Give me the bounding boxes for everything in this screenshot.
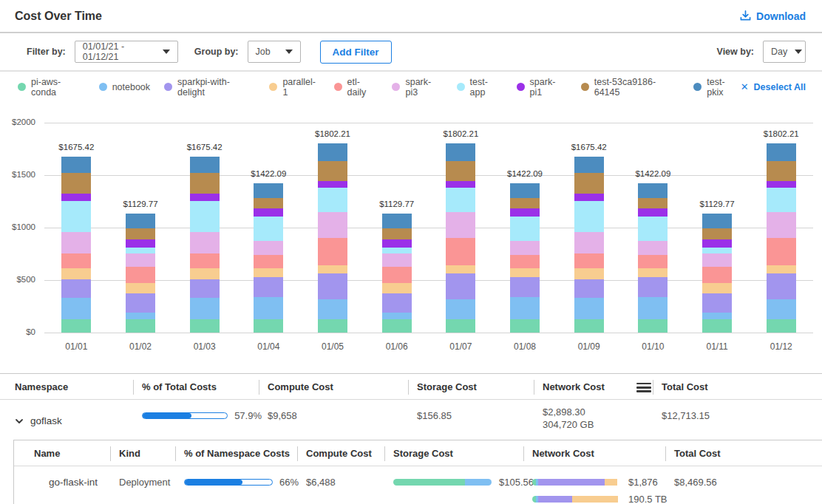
col-header-total-cost[interactable]: Total Cost [662,374,822,399]
bar-segment-notebook[interactable] [702,313,732,319]
bar-segment-spark-pi3[interactable] [638,241,668,255]
bar-segment-parallel-1[interactable] [318,265,347,273]
stacked-bar[interactable]: $1675.42 [574,157,604,333]
bar-segment-test-pkix[interactable] [190,157,220,173]
col-header-namespace-costs-pct[interactable]: % of Namespace Costs [184,440,306,466]
legend-item-sparkpi-with-delight[interactable]: sparkpi-with-delight [164,77,255,98]
bar-segment-etl-daily[interactable] [638,255,668,268]
col-header-name[interactable]: Name [34,440,119,466]
bar-segment-test-53ca9186-64145[interactable] [574,173,604,194]
bar-segment-sparkpi-with-delight[interactable] [190,279,220,299]
stacked-bar[interactable]: $1802.21 [767,143,796,333]
bar-segment-notebook[interactable] [574,298,604,319]
stacked-bar[interactable]: $1802.21 [446,143,475,333]
bar-segment-test-pkix[interactable] [61,157,91,173]
bar-segment-spark-pi3[interactable] [318,212,347,239]
bar-segment-etl-daily[interactable] [61,253,91,268]
bar-segment-spark-pi1[interactable] [510,208,540,217]
bar-segment-notebook[interactable] [767,299,796,319]
legend-item-etl-daily[interactable]: etl-daily [334,77,378,98]
bar-segment-test-53ca9186-64145[interactable] [126,228,155,240]
bar-segment-spark-pi3[interactable] [767,212,796,239]
bar-segment-test-53ca9186-64145[interactable] [382,228,412,240]
stacked-bar[interactable]: $1802.21 [318,143,347,333]
bar-segment-etl-daily[interactable] [510,255,540,268]
bar-segment-notebook[interactable] [446,299,475,319]
col-header-namespace[interactable]: Namespace [15,374,142,399]
bar-segment-test-53ca9186-64145[interactable] [638,198,668,208]
bar-segment-test-53ca9186-64145[interactable] [318,161,347,181]
bar-segment-notebook[interactable] [61,298,91,319]
bar-segment-spark-pi1[interactable] [574,194,604,202]
bar-segment-parallel-1[interactable] [638,268,668,277]
bar-segment-pi-aws-conda[interactable] [190,319,220,333]
bar-segment-spark-pi3[interactable] [446,212,475,239]
bar-segment-sparkpi-with-delight[interactable] [638,277,668,298]
bar-segment-pi-aws-conda[interactable] [510,319,540,333]
bar-segment-test-53ca9186-64145[interactable] [254,198,283,208]
bar-segment-spark-pi3[interactable] [190,232,220,253]
bar-segment-test-53ca9186-64145[interactable] [702,228,732,240]
bar-segment-test-app[interactable] [126,248,155,253]
bar-segment-test-app[interactable] [446,188,475,212]
bar-segment-test-app[interactable] [638,217,668,241]
bar-segment-parallel-1[interactable] [446,265,475,273]
bar-segment-test-53ca9186-64145[interactable] [767,161,796,181]
bar-segment-test-app[interactable] [254,217,283,241]
bar-segment-spark-pi1[interactable] [61,194,91,202]
date-range-select[interactable]: 01/01/21 - 01/12/21 [75,41,178,63]
bar-segment-test-pkix[interactable] [318,143,347,161]
bar-segment-test-pkix[interactable] [574,157,604,173]
legend-item-test-53ca9186-64145[interactable]: test-53ca9186-64145 [581,77,680,98]
stacked-bar[interactable]: $1675.42 [61,157,91,333]
bar-segment-pi-aws-conda[interactable] [254,319,283,333]
bar-segment-spark-pi1[interactable] [318,181,347,188]
bar-segment-sparkpi-with-delight[interactable] [318,273,347,299]
bar-segment-sparkpi-with-delight[interactable] [510,277,540,298]
bar-segment-spark-pi1[interactable] [638,208,668,217]
bar-segment-notebook[interactable] [190,298,220,319]
bar-segment-spark-pi1[interactable] [767,181,796,188]
bar-segment-notebook[interactable] [638,297,668,319]
bar-segment-pi-aws-conda[interactable] [126,319,155,333]
bar-segment-spark-pi3[interactable] [702,253,732,268]
bar-segment-sparkpi-with-delight[interactable] [574,279,604,299]
bar-segment-pi-aws-conda[interactable] [318,319,347,333]
bar-segment-notebook[interactable] [318,299,347,319]
legend-item-spark-pi1[interactable]: spark-pi1 [517,77,567,98]
bar-segment-spark-pi1[interactable] [254,208,283,217]
stacked-bar[interactable]: $1422.09 [254,183,283,333]
bar-segment-spark-pi3[interactable] [254,241,283,255]
bar-segment-sparkpi-with-delight[interactable] [446,273,475,299]
bar-segment-test-app[interactable] [767,188,796,212]
bar-segment-etl-daily[interactable] [767,238,796,265]
col-header-kind[interactable]: Kind [119,440,184,466]
stacked-bar[interactable]: $1422.09 [638,183,668,333]
legend-item-test-pkix[interactable]: test-pkix [693,77,740,98]
bar-segment-parallel-1[interactable] [702,283,732,294]
namespace-name[interactable]: goflask [30,415,62,426]
col-header-storage-cost[interactable]: Storage Cost [417,374,543,399]
bar-segment-etl-daily[interactable] [254,255,283,268]
bar-segment-spark-pi3[interactable] [574,232,604,253]
bar-segment-test-app[interactable] [510,217,540,241]
bar-segment-test-pkix[interactable] [126,214,155,228]
legend-item-notebook[interactable]: notebook [99,82,150,92]
bar-segment-notebook[interactable] [382,313,412,319]
stacked-bar[interactable]: $1129.77 [126,214,155,333]
bar-segment-test-pkix[interactable] [638,183,668,198]
bar-segment-etl-daily[interactable] [574,253,604,268]
stacked-bar[interactable]: $1675.42 [190,157,220,333]
bar-segment-parallel-1[interactable] [767,265,796,273]
bar-segment-sparkpi-with-delight[interactable] [382,293,412,313]
bar-segment-etl-daily[interactable] [190,253,220,268]
bar-segment-test-53ca9186-64145[interactable] [190,173,220,194]
workload-name-cell[interactable]: go-flask-int [34,466,119,504]
stacked-bar[interactable]: $1422.09 [510,183,540,333]
bar-segment-pi-aws-conda[interactable] [702,319,732,333]
group-by-select[interactable]: Job [248,41,301,63]
stacked-bar[interactable]: $1129.77 [382,214,412,333]
stacked-bar[interactable]: $1129.77 [702,214,732,333]
bar-segment-pi-aws-conda[interactable] [382,319,412,333]
bar-segment-test-53ca9186-64145[interactable] [61,173,91,194]
